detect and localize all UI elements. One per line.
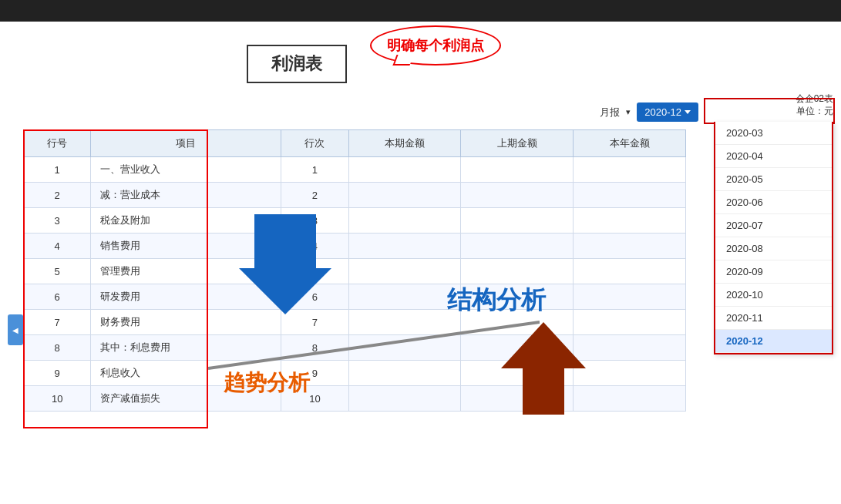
orange-arrow-up-icon [501,322,586,415]
cell-ytd [574,234,686,259]
dropdown-item[interactable]: 2020-06 [715,191,832,214]
cell-seq: 8 [281,335,348,361]
cell-current [348,234,461,259]
dropdown-item[interactable]: 2020-10 [715,284,832,307]
cell-ytd [574,259,686,284]
cell-ytd [574,386,686,412]
table-row: 9 利息收入 9 [24,361,686,386]
cell-rownum: 6 [24,284,91,310]
svg-marker-2 [501,322,586,415]
cell-rownum: 5 [24,259,91,284]
cell-prev [461,259,574,284]
report-type-label: 月报 [600,106,620,119]
title-area: 利润表 [247,45,347,83]
cell-item: 其中：利息费用 [91,335,281,361]
speech-bubble: 明确每个利润点 [370,25,501,66]
cell-current [348,157,461,183]
date-chevron-icon [685,110,691,114]
cell-ytd [574,157,686,183]
cell-prev [461,234,574,259]
cell-ytd [574,361,686,386]
date-dropdown-panel[interactable]: 2020-032020-042020-052020-062020-072020-… [714,122,833,354]
cell-rownum: 8 [24,335,91,361]
cell-ytd [574,183,686,208]
dropdown-item[interactable]: 2020-05 [715,168,832,191]
dropdown-item[interactable]: 2020-12 [715,330,832,353]
cell-ytd [574,284,686,310]
cell-ytd [574,310,686,335]
top-bar [0,0,841,22]
cell-item: 一、营业收入 [91,157,281,183]
col-header-ytd: 本年金额 [574,130,686,157]
table-row: 8 其中：利息费用 8 [24,335,686,361]
dropdown-item[interactable]: 2020-07 [715,214,832,237]
cell-prev [461,208,574,234]
table-row: 1 一、营业收入 1 [24,157,686,183]
cell-prev [461,157,574,183]
cell-prev [461,183,574,208]
table-row: 7 财务费用 7 [24,310,686,335]
unit-label: 单位：元 [796,105,833,118]
cell-current [348,310,461,335]
col-header-seq: 行次 [281,130,348,157]
col-header-prev: 上期金额 [461,130,574,157]
report-title: 利润表 [247,45,347,83]
table-row: 10 资产减值损失 10 [24,386,686,412]
cell-seq: 1 [281,157,348,183]
left-nav-button[interactable] [8,314,23,345]
cell-rownum: 10 [24,386,91,412]
table-row: 6 研发费用 6 [24,284,686,310]
cell-rownum: 9 [24,361,91,386]
col-header-rownum: 行号 [24,130,91,157]
cell-current [348,361,461,386]
col-header-current: 本期金额 [348,130,461,157]
table-row: 3 税金及附加 3 [24,208,686,234]
cell-current [348,284,461,310]
cell-ytd [574,208,686,234]
table-row: 2 减：营业成本 2 [24,183,686,208]
table-row: 5 管理费用 5 [24,259,686,284]
cell-current [348,183,461,208]
profit-table: 行号 项目 行次 本期金额 上期金额 本年金额 1 一、营业收入 1 2 减：营… [23,129,686,412]
toolbar: 月报 ▾ 2020-12 [600,102,698,122]
cell-rownum: 4 [24,234,91,259]
cell-seq: 2 [281,183,348,208]
cell-rownum: 3 [24,208,91,234]
cell-rownum: 2 [24,183,91,208]
company-label: 会企02表 [796,92,833,106]
main-content: 利润表 明确每个利润点 会企02表 月报 ▾ 2020-12 单位：元 行号 项… [0,22,841,504]
date-selector[interactable]: 2020-12 [637,102,698,122]
svg-marker-0 [239,214,331,314]
structure-analysis-label: 结构分析 [447,284,546,318]
table-header-row: 行号 项目 行次 本期金额 上期金额 本年金额 [24,130,686,157]
dropdown-item[interactable]: 2020-03 [715,122,832,145]
cell-rownum: 7 [24,310,91,335]
dropdown-item[interactable]: 2020-09 [715,260,832,284]
profit-table-container: 行号 项目 行次 本期金额 上期金额 本年金额 1 一、营业收入 1 2 减：营… [23,129,686,412]
report-type-chevron[interactable]: ▾ [626,107,631,117]
table-row: 4 销售费用 4 [24,234,686,259]
dropdown-item[interactable]: 2020-04 [715,145,832,168]
cell-current [348,208,461,234]
col-header-item: 项目 [91,130,281,157]
trend-analysis-label: 趋势分析 [224,368,310,398]
dropdown-item[interactable]: 2020-08 [715,237,832,260]
cell-item: 减：营业成本 [91,183,281,208]
date-value: 2020-12 [644,106,681,118]
cell-current [348,386,461,412]
dropdown-item[interactable]: 2020-11 [715,307,832,330]
cell-current [348,335,461,361]
cell-rownum: 1 [24,157,91,183]
cell-ytd [574,335,686,361]
blue-arrow-down-icon [239,214,331,314]
cell-current [348,259,461,284]
